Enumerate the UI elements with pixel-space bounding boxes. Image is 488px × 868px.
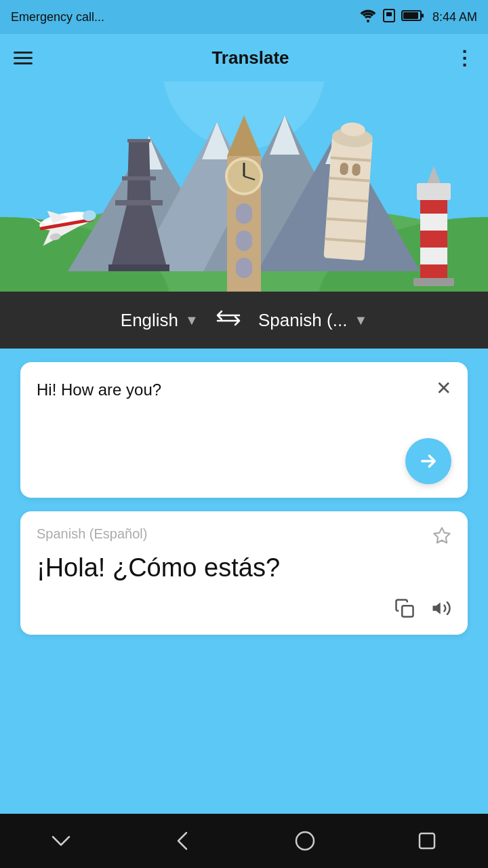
svg-rect-33: [236, 258, 252, 278]
translate-button[interactable]: [405, 438, 451, 484]
copy-button[interactable]: [394, 598, 415, 621]
language-bar: English ▼ Spanish (... ▼: [0, 292, 488, 349]
nav-home-button[interactable]: [285, 821, 325, 861]
output-card: Spanish (Español) ¡Hola! ¿Cómo estás?: [20, 511, 468, 635]
target-language-chevron: ▼: [354, 313, 367, 328]
source-language-chevron: ▼: [185, 313, 199, 328]
navigation-bar: [0, 814, 488, 868]
input-card: Hi! How are you? ✕: [20, 362, 468, 498]
svg-rect-2: [386, 12, 392, 16]
time-text: 8:44 AM: [432, 10, 477, 24]
menu-button[interactable]: [14, 52, 33, 64]
menu-line-2: [14, 57, 33, 59]
translated-text: ¡Hola! ¿Cómo estás?: [37, 551, 451, 585]
app-bar: Translate ⋮: [0, 34, 488, 81]
target-language-button[interactable]: Spanish (... ▼: [258, 310, 367, 331]
emergency-call-text: Emergency call...: [11, 10, 104, 24]
svg-rect-62: [420, 833, 434, 848]
more-options-button[interactable]: ⋮: [455, 47, 474, 69]
input-text[interactable]: Hi! How are you?: [37, 378, 451, 401]
output-language-label: Spanish (Español): [37, 526, 451, 542]
svg-rect-22: [115, 200, 163, 205]
nav-back-button[interactable]: [163, 821, 203, 861]
svg-point-0: [367, 20, 369, 22]
favorite-button[interactable]: [432, 526, 451, 550]
svg-rect-21: [108, 264, 169, 271]
battery-icon: [401, 9, 424, 25]
status-bar: Emergency call... 8:44 AM: [0, 0, 488, 34]
svg-marker-58: [434, 528, 449, 542]
svg-rect-50: [413, 278, 454, 286]
translate-arrow-icon: [418, 450, 439, 472]
svg-marker-60: [433, 603, 441, 615]
status-bar-right: 8:44 AM: [359, 8, 477, 26]
svg-rect-23: [122, 176, 156, 180]
svg-rect-24: [127, 139, 150, 142]
svg-rect-48: [417, 183, 451, 200]
nav-down-button[interactable]: [41, 821, 81, 861]
menu-line-1: [14, 52, 33, 54]
target-language-label: Spanish (...: [258, 310, 348, 331]
svg-rect-47: [420, 264, 447, 278]
svg-point-61: [296, 832, 314, 850]
source-language-button[interactable]: English ▼: [121, 310, 199, 331]
clear-input-button[interactable]: ✕: [436, 377, 451, 399]
speak-button[interactable]: [431, 598, 451, 621]
svg-rect-4: [403, 12, 418, 19]
svg-rect-46: [420, 231, 447, 248]
svg-rect-31: [236, 203, 252, 224]
wifi-icon: [359, 9, 377, 26]
sim-icon: [382, 8, 396, 26]
svg-rect-59: [402, 606, 413, 617]
svg-rect-5: [422, 14, 424, 18]
app-title: Translate: [46, 47, 455, 68]
swap-languages-button[interactable]: [209, 310, 247, 331]
svg-rect-32: [236, 231, 252, 251]
menu-line-3: [14, 62, 33, 64]
hero-illustration: [0, 81, 488, 292]
main-content: Hi! How are you? ✕ Spanish (Español) ¡Ho…: [0, 349, 488, 814]
source-language-label: English: [121, 310, 178, 331]
output-actions: [37, 598, 451, 621]
nav-recent-button[interactable]: [407, 821, 447, 861]
